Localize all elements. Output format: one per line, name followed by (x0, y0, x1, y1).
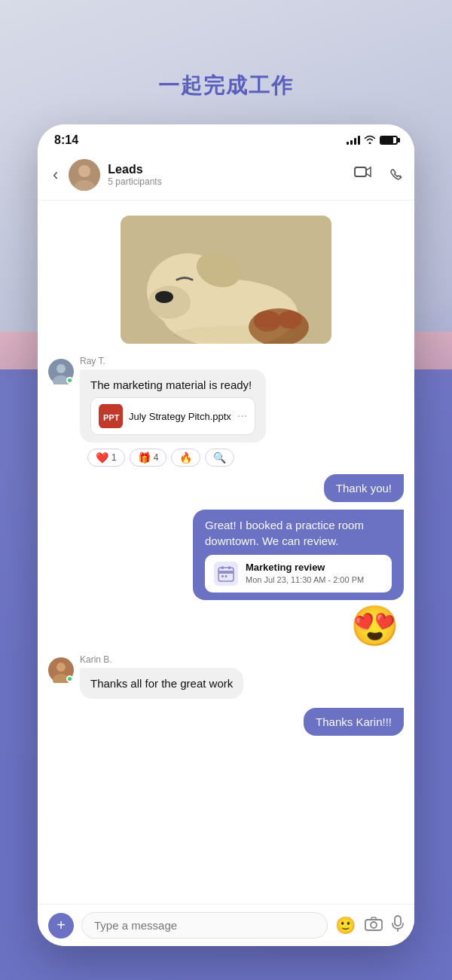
svg-point-15 (56, 364, 66, 373)
camera-button[interactable] (365, 916, 383, 936)
chat-header: ‹ Leads 5 participants (38, 153, 414, 201)
karin-message-text: Thanks all for the great work (90, 675, 233, 691)
calendar-card[interactable]: Marketing review Mon Jul 23, 11:30 AM - … (205, 555, 392, 593)
thanks-karin-text: Thanks Karin!!! (316, 715, 392, 728)
ray-text-bubble: The marketing material is ready! PPT Jul… (80, 369, 266, 443)
file-more-button[interactable]: ··· (237, 409, 247, 423)
status-bar: 8:14 (38, 124, 414, 153)
dog-image-message (38, 201, 414, 351)
karin-avatar (48, 657, 74, 683)
karin-text-bubble: Thanks all for the great work (80, 668, 243, 699)
calendar-time: Mon Jul 23, 11:30 AM - 2:00 PM (246, 574, 364, 586)
reaction-search[interactable]: 🔍 (205, 449, 234, 467)
header-avatar (69, 159, 100, 191)
battery-icon (380, 136, 398, 145)
chat-name: Leads (108, 163, 354, 176)
add-button[interactable]: + (48, 913, 74, 939)
ray-message-text: The marketing material is ready! (90, 377, 255, 393)
status-time: 8:14 (54, 133, 78, 147)
karin-online-indicator (66, 675, 73, 682)
svg-point-13 (173, 326, 294, 344)
participant-count: 5 participants (108, 176, 354, 187)
heart-eyes-emoji: 😍 (350, 606, 399, 645)
file-name: July Strategy Pitch.pptx (129, 411, 231, 422)
thank-you-bubble: Thank you! (324, 474, 404, 502)
reactions-row: ❤️1 🎁4 🔥 🔍 (87, 449, 404, 467)
page-title: 一起完成工作 (0, 72, 452, 100)
svg-rect-30 (395, 916, 401, 926)
header-actions (354, 165, 402, 185)
ppt-icon: PPT (99, 404, 123, 428)
reaction-heart[interactable]: ❤️1 (87, 449, 125, 467)
emoji-button[interactable]: 🙂 (335, 916, 356, 936)
svg-point-7 (148, 286, 191, 319)
wifi-icon (364, 135, 376, 146)
karin-message-content: Karin B. Thanks all for the great work (80, 654, 404, 699)
message-input[interactable] (81, 912, 328, 939)
avatar-image (69, 159, 100, 191)
thank-you-text: Thank you! (336, 482, 392, 495)
svg-rect-3 (355, 167, 366, 176)
mic-button[interactable] (392, 915, 404, 936)
header-info: Leads 5 participants (108, 163, 354, 187)
practice-room-text: Great! I booked a practice room downtown… (205, 517, 392, 549)
svg-rect-20 (218, 571, 234, 574)
reaction-fire[interactable]: 🔥 (171, 449, 200, 467)
emoji-message: 😍 (38, 603, 414, 648)
svg-rect-28 (365, 920, 382, 930)
svg-rect-19 (218, 568, 234, 581)
svg-rect-21 (221, 566, 224, 569)
practice-room-bubble: Great! I booked a practice room downtown… (193, 510, 404, 600)
file-attachment[interactable]: PPT July Strategy Pitch.pptx ··· (90, 397, 255, 435)
thanks-karin-message: Thanks Karin!!! (38, 705, 414, 796)
svg-rect-24 (225, 575, 228, 577)
phone-call-button[interactable] (386, 165, 402, 185)
svg-point-12 (278, 311, 302, 329)
calendar-title: Marketing review (246, 561, 364, 574)
ray-message-content: Ray T. The marketing material is ready! … (80, 356, 404, 467)
calendar-icon (214, 562, 238, 586)
ray-sender-name: Ray T. (80, 356, 404, 366)
svg-point-26 (56, 663, 66, 672)
back-button[interactable]: ‹ (50, 162, 61, 188)
svg-point-29 (371, 922, 377, 928)
chat-area: Ray T. The marketing material is ready! … (38, 201, 414, 879)
karin-message-group: Karin B. Thanks all for the great work (38, 648, 414, 705)
svg-point-8 (155, 291, 173, 303)
thank-you-message: Thank you! (38, 471, 414, 505)
phone-frame: 8:14 ‹ (38, 124, 414, 946)
svg-point-1 (78, 165, 90, 177)
reaction-gift[interactable]: 🎁4 (130, 449, 167, 467)
svg-text:PPT: PPT (103, 413, 120, 422)
practice-room-message: Great! I booked a practice room downtown… (38, 505, 414, 603)
karin-sender-name: Karin B. (80, 654, 404, 665)
ray-message-group: Ray T. The marketing material is ready! … (38, 351, 414, 471)
signal-icon (347, 136, 360, 145)
dog-image (121, 216, 331, 344)
input-icons: 🙂 (335, 915, 404, 936)
online-indicator (66, 377, 73, 384)
input-bar: + 🙂 (38, 904, 414, 946)
svg-rect-22 (228, 566, 231, 569)
video-call-button[interactable] (354, 165, 372, 185)
status-icons (347, 135, 398, 146)
svg-rect-23 (221, 575, 224, 577)
thanks-karin-bubble: Thanks Karin!!! (304, 708, 404, 736)
ray-avatar (48, 359, 74, 384)
